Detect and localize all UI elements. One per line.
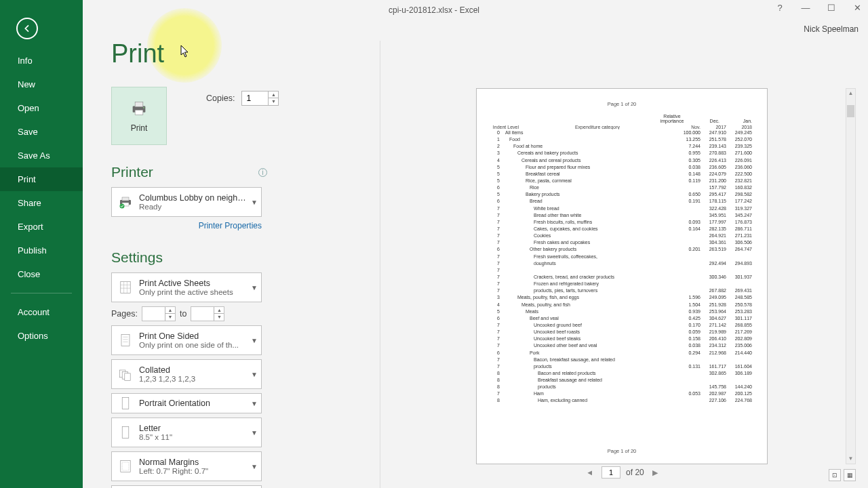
- info-icon[interactable]: i: [258, 168, 267, 177]
- sidebar-item-new[interactable]: New: [0, 73, 83, 96]
- sidebar-item-publish[interactable]: Publish: [0, 239, 83, 262]
- sidebar-item-open[interactable]: Open: [0, 96, 83, 120]
- printer-select[interactable]: Columbus Lobby on neighb... Ready ▼: [111, 187, 262, 217]
- margins-select[interactable]: Normal Margins Left: 0.7" Right: 0.7" ▼: [111, 451, 262, 481]
- printer-icon: [130, 99, 149, 118]
- svg-point-3: [143, 107, 144, 108]
- cursor-icon: [180, 45, 190, 61]
- preview-row: 7Bacon, breakfast sausage, and related: [492, 357, 752, 363]
- preview-row: 7Uncooked beef steaks0.158206.410202.809: [492, 336, 752, 342]
- preview-row: 7White bread322.428319.327: [492, 205, 752, 212]
- chevron-down-icon: ▼: [248, 400, 261, 407]
- copies-down[interactable]: ▼: [269, 98, 278, 105]
- preview-row: 6Rice157.792160.832: [492, 184, 752, 191]
- preview-row: 7Crackers, bread, and cracker products30…: [492, 274, 752, 281]
- copies-input[interactable]: [242, 94, 268, 103]
- sides-select[interactable]: Print One Sided Only print on one side o…: [111, 325, 262, 355]
- preview-row: 5Bakery products0.650295.417298.582: [492, 191, 752, 198]
- chevron-down-icon: ▼: [248, 429, 261, 436]
- paper-icon: [112, 424, 139, 441]
- preview-row: 4Cereals and cereal products0.305226.413…: [492, 157, 752, 164]
- copies-up[interactable]: ▲: [269, 92, 278, 98]
- paper-select[interactable]: Letter 8.5" x 11" ▼: [111, 418, 262, 447]
- preview-row: 5Meats0.939253.964253.283: [492, 308, 752, 315]
- portrait-icon: [112, 395, 139, 411]
- sidebar-item-account[interactable]: Account: [0, 300, 83, 324]
- pages-to-label: to: [180, 309, 186, 319]
- preview-row: 7Fresh cakes and cupcakes304.361306.506: [492, 239, 752, 246]
- collate-select[interactable]: Collated 1,2,3 1,2,3 1,2,3 ▼: [111, 359, 262, 389]
- sidebar-item-close[interactable]: Close: [0, 262, 83, 286]
- scaling-select[interactable]: 100 No Scaling Print sheets at their act…: [111, 485, 262, 488]
- backstage-sidebar: InfoNewOpenSaveSave AsPrintShareExportPu…: [0, 0, 83, 488]
- preview-row: 8Ham, excluding canned227.106224.768: [492, 397, 752, 404]
- scroll-up-icon[interactable]: ▲: [846, 89, 855, 98]
- printer-ready-icon: [112, 194, 139, 210]
- next-page-button[interactable]: ▶: [650, 468, 660, 477]
- preview-row: 5Rice, pasta, cornmeal0.119231.200232.82…: [492, 178, 752, 184]
- printer-heading: Printer i: [111, 164, 355, 180]
- print-what-select[interactable]: Print Active Sheets Only print the activ…: [111, 272, 262, 302]
- sidebar-item-print[interactable]: Print: [0, 167, 83, 191]
- preview-row: 4Meats, poultry, and fish1.504251.928250…: [492, 302, 752, 308]
- sidebar-item-save-as[interactable]: Save As: [0, 144, 83, 167]
- zoom-to-page-button[interactable]: ⊡: [829, 469, 841, 481]
- preview-scrollbar[interactable]: ▲ ▼: [846, 88, 856, 464]
- preview-row: 8Bacon and related products302.865306.18…: [492, 370, 752, 377]
- preview-row: 6Pork0.294212.968214.440: [492, 350, 752, 357]
- chevron-down-icon: ▼: [248, 337, 261, 344]
- preview-row: 7Ham0.053202.987200.125: [492, 390, 752, 397]
- preview-row: 7Frozen and refrigerated bakery: [492, 281, 752, 287]
- sidebar-item-export[interactable]: Export: [0, 215, 83, 239]
- preview-row: 7doughnuts292.494294.893: [492, 260, 752, 267]
- sidebar-item-options[interactable]: Options: [0, 324, 83, 348]
- printer-properties-link[interactable]: Printer Properties: [111, 221, 262, 230]
- show-margins-button[interactable]: ▦: [844, 469, 856, 481]
- page-number-input[interactable]: [601, 466, 620, 479]
- sheets-icon: [112, 279, 139, 296]
- pages-to-input[interactable]: [191, 307, 214, 321]
- preview-row: 2Food at home7.244239.143239.325: [492, 143, 752, 150]
- prev-page-button[interactable]: ◄: [583, 468, 596, 476]
- scroll-down-icon[interactable]: ▼: [846, 454, 855, 464]
- preview-row: 7Uncooked ground beef0.170271.142268.855: [492, 322, 752, 329]
- chevron-down-icon: ▼: [248, 284, 261, 291]
- svg-rect-1: [135, 102, 143, 107]
- sidebar-item-share[interactable]: Share: [0, 191, 83, 215]
- preview-row: 1Food13.255251.578252.070: [492, 136, 752, 143]
- svg-rect-2: [135, 110, 143, 115]
- copies-stepper[interactable]: ▲ ▼: [241, 91, 279, 106]
- preview-row: 6Beef and veal0.425304.627301.117: [492, 315, 752, 322]
- preview-row: 7Bread other than white345.951345.247: [492, 212, 752, 219]
- svg-rect-21: [122, 427, 129, 439]
- pages-from-stepper[interactable]: ▲▼: [142, 306, 176, 321]
- margins-icon: [112, 458, 139, 474]
- preview-row: 8products145.758144.240: [492, 384, 752, 390]
- preview-row: 7Fresh sweetrolls, coffeecakes,: [492, 253, 752, 260]
- printer-status: Ready: [139, 203, 248, 211]
- page-total: of 20: [626, 468, 644, 477]
- collate-icon: [112, 366, 139, 382]
- pages-to-stepper[interactable]: ▲▼: [191, 306, 224, 321]
- svg-rect-13: [121, 335, 130, 346]
- pages-from-input[interactable]: [142, 307, 165, 321]
- scroll-thumb[interactable]: [847, 105, 854, 117]
- preview-row: 7products, pies, tarts, turnovers267.882…: [492, 287, 752, 294]
- chevron-down-icon: ▼: [248, 463, 261, 470]
- preview-row: 6Other bakery products0.201263.519264.74…: [492, 246, 752, 253]
- back-button[interactable]: [16, 18, 38, 39]
- preview-row: 3Cereals and bakery products0.955270.883…: [492, 150, 752, 157]
- orientation-select[interactable]: Portrait Orientation ▼: [111, 393, 262, 413]
- preview-row: 7Cakes, cupcakes, and cookies0.164282.13…: [492, 226, 752, 232]
- svg-rect-5: [122, 197, 129, 201]
- preview-row: 0All items100.000247.910249.245: [492, 129, 752, 136]
- print-button[interactable]: Print: [111, 87, 167, 145]
- preview-row: 7: [492, 267, 752, 274]
- sidebar-item-save[interactable]: Save: [0, 120, 83, 144]
- preview-row: 7Fresh biscuits, rolls, muffins0.093177.…: [492, 219, 752, 226]
- preview-row: 5Flour and prepared flour mixes0.038236.…: [492, 164, 752, 171]
- sidebar-item-info[interactable]: Info: [0, 49, 83, 73]
- preview-page: Page 1 of 20 Relative importance Dec. Ja…: [476, 88, 768, 464]
- preview-row: 7Uncooked beef roasts0.059219.989217.269: [492, 329, 752, 336]
- divider: [380, 41, 380, 488]
